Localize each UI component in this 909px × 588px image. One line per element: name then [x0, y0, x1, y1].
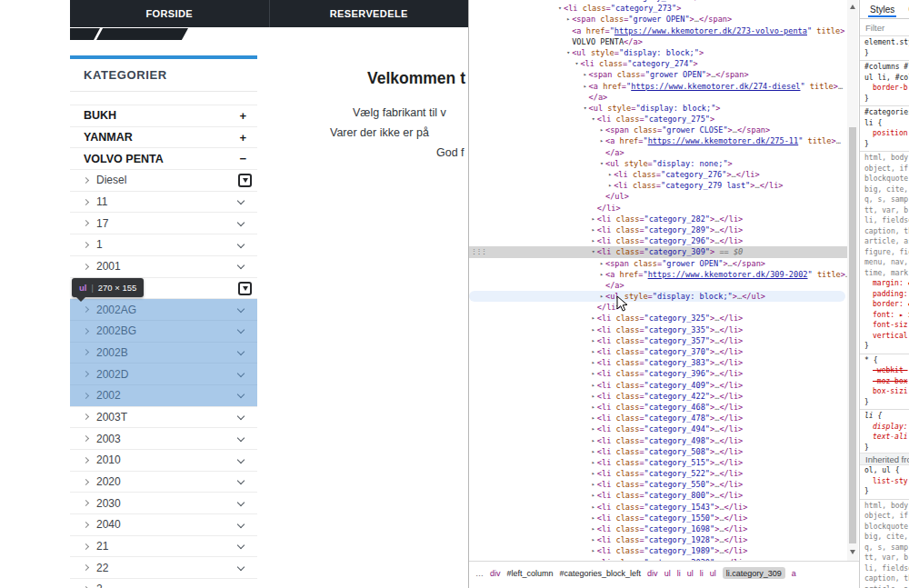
dom-tree-node[interactable]: ▸<a href="https://www.kkemotorer.dk/275-… [469, 135, 847, 146]
dom-tree-node[interactable]: ▾<li class="category_275"> [469, 114, 847, 125]
css-property[interactable]: -moz-box [860, 376, 909, 387]
dom-tree-node[interactable]: ▸<span class="grower OPEN">…</span> [469, 14, 847, 25]
css-property[interactable]: padding: [860, 289, 909, 300]
css-selector[interactable]: caption, tb [860, 226, 909, 237]
collapsed-arrow-icon[interactable]: ▸ [590, 446, 597, 457]
sidebar-item-1[interactable]: 1 [70, 234, 257, 256]
dom-tree-node[interactable]: ▸<li class="category_508">…</li> [469, 446, 847, 457]
expanded-arrow-icon[interactable]: ▾ [564, 47, 572, 58]
chevron-down-icon[interactable] [237, 542, 245, 549]
dom-tree-node[interactable]: ▾<ul style="display: block;"> [469, 47, 847, 58]
dom-tree-node[interactable]: ▸<li class="category_276">…</li> [469, 169, 847, 180]
collapsed-arrow-icon[interactable]: ▸ [564, 14, 572, 25]
dom-tree-node[interactable]: ▸<li class="category_498">…</li> [469, 435, 847, 446]
dom-tree-node[interactable]: ▸<li class="category_1550">…</li> [469, 513, 847, 523]
chevron-down-icon[interactable] [237, 391, 245, 398]
collapsed-arrow-icon[interactable]: ▸ [590, 479, 597, 490]
dom-tree-node[interactable]: ▸<li class="category_409">…</li> [469, 380, 847, 391]
dom-tree-node[interactable]: <a href="https://www.kkemotorer.dk/273-v… [469, 25, 847, 36]
css-selector[interactable]: #categories [860, 107, 909, 118]
dom-tree-node[interactable]: ▸<li class="category_515">…</li> [469, 457, 847, 468]
breadcrumb-item[interactable]: ul [710, 569, 716, 578]
collapsed-arrow-icon[interactable]: ▸ [590, 357, 597, 368]
dom-tree-node[interactable]: </a> [469, 280, 847, 291]
sidebar-item-2040[interactable]: 2040 [70, 514, 257, 536]
chevron-down-icon[interactable] [237, 499, 245, 506]
css-selector[interactable]: #columns #l [860, 62, 909, 73]
collapsed-arrow-icon[interactable]: ▸ [590, 435, 597, 446]
chevron-down-icon[interactable] [237, 477, 245, 484]
sidebar-item-2003[interactable]: 2003 [70, 428, 257, 450]
dom-tree-node[interactable]: ▸<li class="category_370">…</li> [469, 346, 847, 357]
css-selector[interactable]: html, body, [860, 153, 909, 164]
collapsed-arrow-icon[interactable]: ▸ [590, 424, 597, 434]
css-selector[interactable]: } [860, 48, 909, 59]
sidebar-item-yanmar[interactable]: YANMAR+ [70, 127, 257, 149]
css-selector[interactable]: } [860, 486, 909, 497]
collapsed-arrow-icon[interactable]: ▸ [590, 235, 597, 246]
css-selector[interactable]: tt, var, b, [860, 553, 909, 563]
css-property[interactable]: font: ▸ i [860, 310, 909, 321]
collapsed-arrow-icon[interactable]: ▸ [590, 368, 597, 379]
dom-tree-node[interactable]: VOLVO PENTA</a> [469, 36, 847, 47]
sidebar-item-2001[interactable]: 2001 [70, 256, 257, 278]
css-selector[interactable]: ol, ul { [860, 465, 909, 476]
expanded-arrow-icon[interactable]: ▾ [590, 246, 597, 257]
dom-tree-node[interactable]: ▾<li class="category_273"> [469, 3, 847, 14]
collapsed-arrow-icon[interactable]: ▸ [590, 490, 597, 501]
collapsed-arrow-icon[interactable]: ▸ [590, 391, 597, 402]
dom-tree-node[interactable]: ▸<ul style="display: block;">…</ul> [469, 291, 845, 302]
breadcrumb-item[interactable]: li [677, 569, 681, 578]
css-property[interactable]: -webkit- [860, 365, 909, 376]
css-selector[interactable]: element.sty [860, 37, 909, 48]
dom-tree-node[interactable]: ▸<li class="category_422">…</li> [469, 391, 847, 402]
dom-tree-node[interactable]: ▸<span class="grower OPEN">…</span> [469, 69, 847, 80]
node-grip-icon[interactable]: ⋮⋮⋮ [471, 247, 486, 257]
dom-tree-node[interactable]: ▸<li class="category_279 last">…</li> [469, 180, 847, 191]
css-property[interactable]: border-b [860, 83, 909, 94]
css-selector[interactable]: } [860, 139, 909, 150]
breadcrumb-item[interactable]: a [792, 569, 796, 578]
collapsed-arrow-icon[interactable]: ▸ [590, 402, 597, 413]
css-selector[interactable]: } [860, 397, 909, 408]
collapsed-arrow-icon[interactable]: ▸ [590, 502, 597, 513]
dom-tree-node[interactable]: ▸<li class="category_289">…</li> [469, 224, 847, 235]
css-selector[interactable]: time, mark, [860, 268, 909, 279]
sidebar-item-2020[interactable]: 2020 [70, 472, 257, 493]
css-selector[interactable]: tt, var, b, [860, 205, 909, 216]
nav-item-forside[interactable]: FORSIDE [70, 0, 269, 27]
css-selector[interactable]: object, ifr [860, 511, 909, 522]
breadcrumb-item[interactable]: li.category_309 [723, 567, 785, 579]
sidebar-item-2002[interactable]: 2002 [70, 385, 257, 407]
sidebar-item-bukh[interactable]: BUKH+ [70, 105, 257, 127]
dom-tree-node[interactable]: ▾<ul style="display: block;"> [469, 103, 847, 114]
dom-tree-node[interactable]: ▸<li class="category_468">…</li> [469, 402, 847, 413]
css-selector[interactable]: caption, tb [860, 573, 909, 584]
chevron-down-icon[interactable] [237, 197, 245, 204]
dom-tree-node[interactable]: ▾<li class="category_274"> [469, 58, 847, 69]
css-selector[interactable]: big, cite, [860, 532, 909, 543]
dom-tree-node[interactable]: ▸<li class="category_1928">…</li> [469, 534, 847, 545]
collapsed-arrow-icon[interactable]: ▸ [590, 468, 597, 479]
dropdown-box-icon[interactable] [238, 282, 252, 295]
dom-tree-node[interactable]: ▸<li class="category_1543">…</li> [469, 502, 847, 513]
css-property[interactable]: position [860, 128, 909, 139]
chevron-down-icon[interactable] [237, 455, 245, 463]
css-property[interactable]: display: [860, 422, 909, 433]
breadcrumb-item[interactable]: li [700, 569, 704, 578]
breadcrumb-item[interactable]: #categories_block_left [560, 569, 642, 578]
sidebar-item-2003t[interactable]: 2003T [70, 407, 257, 429]
css-selector[interactable]: blockquote, [860, 174, 909, 184]
breadcrumb-item[interactable]: ul [687, 569, 694, 578]
chevron-down-icon[interactable] [237, 434, 245, 442]
dom-tree-node[interactable]: ▸<a href="https://www.kkemotorer.dk/274-… [469, 81, 847, 92]
css-selector[interactable]: li { [860, 411, 909, 422]
collapsed-arrow-icon[interactable]: ▸ [582, 69, 589, 80]
dom-tree-node[interactable]: </ul> [469, 191, 847, 202]
dom-tree-node[interactable]: ▸<li class="category_335">…</li> [469, 324, 847, 335]
dom-tree-node[interactable]: </li> [469, 203, 847, 214]
chevron-down-icon[interactable] [237, 413, 245, 420]
css-selector[interactable]: html, body, [860, 501, 909, 512]
collapsed-arrow-icon[interactable]: ▸ [590, 335, 597, 346]
css-selector[interactable]: } [860, 443, 909, 453]
